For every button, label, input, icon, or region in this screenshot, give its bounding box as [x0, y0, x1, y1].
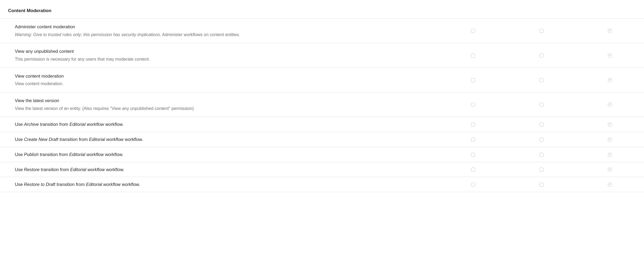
- permission-checkbox-role-2: [608, 78, 612, 82]
- permission-checkbox-cell: [576, 92, 644, 117]
- permission-title: Use Create New Draft transition from Edi…: [15, 136, 436, 143]
- permission-checkbox-role-0[interactable]: [471, 138, 475, 142]
- permission-checkbox-cell: [507, 147, 576, 162]
- permission-checkbox-role-0[interactable]: [471, 183, 475, 187]
- permission-label-cell: Use Create New Draft transition from Edi…: [0, 132, 439, 147]
- permission-label-cell: Use Publish transition from Editorial wo…: [0, 147, 439, 162]
- permission-checkbox-role-2: [608, 29, 612, 33]
- permission-checkbox-cell: [576, 43, 644, 68]
- permission-checkbox-role-1[interactable]: [539, 103, 543, 107]
- permission-row: Use Publish transition from Editorial wo…: [0, 147, 644, 162]
- permission-checkbox-cell: [439, 68, 507, 92]
- permission-checkbox-cell: [576, 132, 644, 147]
- permission-row: View the latest versionView the latest v…: [0, 92, 644, 117]
- permission-title: View content moderation: [15, 73, 436, 79]
- permission-checkbox-cell: [507, 177, 576, 192]
- section-header-row: Content Moderation: [0, 5, 644, 19]
- permission-title: Use Archive transition from Editorial wo…: [15, 121, 436, 128]
- permission-checkbox-role-2: [608, 168, 612, 172]
- permission-description: View the latest version of an entity. (A…: [15, 105, 436, 112]
- permission-checkbox-role-0[interactable]: [471, 54, 475, 58]
- permission-checkbox-cell: [439, 132, 507, 147]
- permission-checkbox-role-0[interactable]: [471, 78, 475, 82]
- permission-title: Use Publish transition from Editorial wo…: [15, 151, 436, 158]
- permission-label-cell: View the latest versionView the latest v…: [0, 92, 439, 117]
- permission-checkbox-role-0[interactable]: [471, 123, 475, 127]
- permission-checkbox-role-2: [608, 183, 612, 187]
- permission-checkbox-role-0[interactable]: [471, 29, 475, 33]
- permission-label-cell: Use Restore transition from Editorial wo…: [0, 162, 439, 177]
- permission-checkbox-cell: [576, 147, 644, 162]
- permission-checkbox-cell: [576, 117, 644, 132]
- permission-checkbox-cell: [507, 132, 576, 147]
- permission-description: Warning: Give to trusted roles only; thi…: [15, 31, 436, 38]
- permission-checkbox-cell: [507, 43, 576, 68]
- permission-checkbox-role-2: [608, 103, 612, 107]
- permission-checkbox-role-1[interactable]: [539, 123, 543, 127]
- permission-label-cell: View content moderationView content mode…: [0, 68, 439, 92]
- permission-checkbox-cell: [439, 147, 507, 162]
- permission-checkbox-cell: [439, 92, 507, 117]
- permission-row: View any unpublished contentThis permiss…: [0, 43, 644, 68]
- permissions-table: Content Moderation Administer content mo…: [0, 5, 644, 192]
- permission-checkbox-cell: [507, 68, 576, 92]
- permission-checkbox-cell: [576, 19, 644, 43]
- permission-checkbox-role-0[interactable]: [471, 168, 475, 172]
- permission-title: View the latest version: [15, 97, 436, 104]
- permission-row: Use Restore transition from Editorial wo…: [0, 162, 644, 177]
- permission-checkbox-role-1[interactable]: [539, 54, 543, 58]
- permission-checkbox-cell: [507, 162, 576, 177]
- permission-description: View content moderation.: [15, 80, 436, 87]
- permission-checkbox-cell: [439, 162, 507, 177]
- permission-checkbox-role-1[interactable]: [539, 168, 543, 172]
- permission-label-cell: Use Restore to Draft transition from Edi…: [0, 177, 439, 192]
- permission-label-cell: Administer content moderationWarning: Gi…: [0, 19, 439, 43]
- permission-checkbox-role-1[interactable]: [539, 78, 543, 82]
- permission-title: Use Restore transition from Editorial wo…: [15, 166, 436, 173]
- permission-checkbox-role-2: [608, 153, 612, 157]
- permission-checkbox-cell: [576, 68, 644, 92]
- permission-row: Use Create New Draft transition from Edi…: [0, 132, 644, 147]
- permission-checkbox-cell: [576, 162, 644, 177]
- permission-title: Administer content moderation: [15, 23, 436, 30]
- permission-checkbox-cell: [439, 177, 507, 192]
- permission-checkbox-cell: [439, 43, 507, 68]
- permission-checkbox-role-1[interactable]: [539, 29, 543, 33]
- permission-checkbox-cell: [439, 117, 507, 132]
- permission-checkbox-role-1[interactable]: [539, 138, 543, 142]
- permission-checkbox-cell: [507, 19, 576, 43]
- permission-checkbox-cell: [439, 19, 507, 43]
- permission-checkbox-cell: [576, 177, 644, 192]
- permission-label-cell: View any unpublished contentThis permiss…: [0, 43, 439, 68]
- permission-row: Use Archive transition from Editorial wo…: [0, 117, 644, 132]
- permission-checkbox-role-0[interactable]: [471, 103, 475, 107]
- permission-description: This permission is necessary for any use…: [15, 56, 436, 63]
- permission-row: Administer content moderationWarning: Gi…: [0, 19, 644, 43]
- permission-row: View content moderationView content mode…: [0, 68, 644, 92]
- permission-checkbox-role-0[interactable]: [471, 153, 475, 157]
- permission-title: View any unpublished content: [15, 48, 436, 55]
- permission-checkbox-role-2: [608, 138, 612, 142]
- permission-checkbox-cell: [507, 92, 576, 117]
- permission-checkbox-cell: [507, 117, 576, 132]
- permission-checkbox-role-1[interactable]: [539, 183, 543, 187]
- permission-checkbox-role-1[interactable]: [539, 153, 543, 157]
- permission-title: Use Restore to Draft transition from Edi…: [15, 181, 436, 188]
- permission-label-cell: Use Archive transition from Editorial wo…: [0, 117, 439, 132]
- section-title: Content Moderation: [0, 5, 644, 19]
- permission-checkbox-role-2: [608, 123, 612, 127]
- permission-row: Use Restore to Draft transition from Edi…: [0, 177, 644, 192]
- permission-checkbox-role-2: [608, 54, 612, 58]
